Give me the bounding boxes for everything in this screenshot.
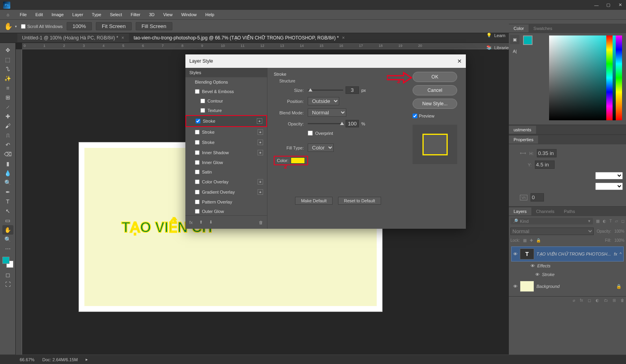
stroke-add-icon[interactable]: +	[258, 140, 263, 145]
inner-glow-checkbox[interactable]	[195, 160, 200, 165]
stroke-1-checkbox[interactable]	[196, 119, 200, 123]
up-arrow-icon[interactable]: ⬆	[199, 220, 203, 225]
stroke-item-3[interactable]: Stroke+	[185, 137, 267, 147]
menu-view[interactable]: View	[159, 11, 177, 18]
plus-icon[interactable]: +	[258, 179, 263, 185]
visibility-icon[interactable]: 👁	[513, 252, 518, 256]
menu-edit[interactable]: Edit	[32, 11, 47, 18]
pen-tool[interactable]: ✒	[2, 187, 13, 197]
inner-shadow-item[interactable]: Inner Shadow+	[185, 147, 267, 158]
status-chevron-icon[interactable]: ▸	[86, 357, 88, 362]
menu-filter[interactable]: Filter	[127, 11, 144, 18]
delete-layer-icon[interactable]: 🗑	[620, 298, 624, 302]
visibility-icon[interactable]: 👁	[535, 272, 540, 277]
gradient-overlay-checkbox[interactable]	[195, 190, 200, 194]
status-zoom[interactable]: 66.67%	[20, 357, 34, 362]
stroke-2-checkbox[interactable]	[195, 130, 200, 134]
blend-mode-select[interactable]: Normal	[510, 228, 594, 235]
zoom-value[interactable]: 100%	[67, 22, 92, 30]
tab-2-close-icon[interactable]: ×	[342, 35, 345, 41]
lock-all-icon[interactable]: 🔒	[536, 238, 541, 243]
fill-screen-button[interactable]: Fill Screen	[136, 22, 172, 30]
filter-image-icon[interactable]: ▦	[596, 219, 600, 223]
texture-checkbox[interactable]	[200, 108, 205, 113]
home-icon[interactable]: ⌂	[7, 12, 9, 17]
gradient-tool[interactable]: ▮	[2, 159, 13, 168]
layer-kind-filter[interactable]: 🔎 Kind ▾	[510, 218, 593, 224]
menu-file[interactable]: File	[16, 11, 31, 18]
inner-glow-item[interactable]: Inner Glow	[185, 158, 267, 167]
menu-help[interactable]: Help	[202, 11, 219, 18]
stroke-add-icon[interactable]: +	[258, 129, 263, 135]
menu-layer[interactable]: Layer	[68, 11, 87, 18]
fx-icon[interactable]: fx	[189, 220, 193, 225]
outer-glow-item[interactable]: Outer Glow	[185, 207, 267, 215]
move-tool[interactable]: ✥	[2, 45, 13, 55]
blending-options-item[interactable]: Blending Options	[185, 77, 267, 87]
new-layer-icon[interactable]: ⊞	[613, 298, 616, 302]
channels-panel-tab[interactable]: Channels	[531, 207, 559, 215]
styles-header[interactable]: Styles	[185, 68, 267, 77]
color-panel-tab[interactable]: Color	[509, 24, 529, 32]
filter-shape-icon[interactable]: ▱	[615, 219, 618, 223]
quick-mask-tool[interactable]: ◻	[2, 270, 13, 280]
zoom-tool[interactable]: 🔍	[2, 235, 13, 244]
bg-layer-name[interactable]: Background	[536, 284, 614, 289]
marquee-tool[interactable]: ⬚	[2, 55, 13, 64]
filter-smart-icon[interactable]: ◻	[621, 219, 624, 223]
satin-checkbox[interactable]	[195, 170, 200, 174]
properties-panel-tab[interactable]: Properties	[509, 136, 538, 144]
fill-type-select[interactable]: Color	[308, 144, 334, 152]
trash-icon[interactable]: 🗑	[259, 220, 263, 225]
satin-item[interactable]: Satin	[185, 167, 267, 177]
position-select[interactable]: Outside	[308, 97, 339, 105]
layers-panel-tab[interactable]: Layers	[509, 207, 531, 215]
colorpanel-a-icon[interactable]: A|	[510, 47, 519, 56]
tab-1-close-icon[interactable]: ×	[121, 35, 124, 41]
stroke-3-checkbox[interactable]	[195, 140, 200, 145]
hand-tool[interactable]: ✋	[2, 225, 13, 235]
prop-y-input[interactable]	[535, 161, 555, 169]
frame-tool[interactable]: ⊞	[2, 93, 13, 102]
hand-tool-icon[interactable]: ✋	[4, 22, 13, 31]
make-default-button[interactable]: Make Default	[295, 197, 333, 205]
down-arrow-icon[interactable]: ⬇	[209, 220, 213, 225]
hue-slider-2[interactable]	[616, 35, 622, 120]
tab-2[interactable]: tao-vien-chu-trong-photoshop-5.jpg @ 66.…	[129, 34, 349, 42]
color-overlay-checkbox[interactable]	[195, 179, 200, 184]
stroke-item-2[interactable]: Stroke+	[185, 127, 267, 137]
stroke-color-swatch[interactable]	[291, 157, 305, 164]
bevel-checkbox[interactable]	[195, 89, 200, 94]
color-overlay-item[interactable]: Color Overlay+	[185, 177, 267, 187]
screen-mode-tool[interactable]: ⛶	[2, 280, 13, 289]
menu-image[interactable]: Image	[48, 11, 68, 18]
pattern-overlay-checkbox[interactable]	[195, 200, 200, 204]
outer-glow-checkbox[interactable]	[195, 209, 200, 214]
crop-tool[interactable]: ⌗	[2, 83, 13, 93]
chevron-down-icon[interactable]: ▾	[15, 24, 17, 28]
opacity-slider[interactable]	[308, 123, 343, 124]
layer-mask-icon[interactable]: ◻	[588, 298, 591, 302]
prop-va-input[interactable]	[531, 193, 544, 202]
text-layer-name[interactable]: TẠO VIỀN CHỮ TRONG PHOTOSH...	[536, 252, 611, 257]
brush-tool[interactable]: 🖌	[2, 121, 13, 131]
quick-select-tool[interactable]: ✨	[2, 74, 13, 83]
colorpanel-cube-icon[interactable]: ▣	[510, 35, 519, 44]
fx-badge[interactable]: fx	[614, 252, 617, 256]
foreground-color[interactable]	[2, 257, 9, 264]
link-layers-icon[interactable]: ⌀	[573, 298, 575, 302]
preview-checkbox[interactable]	[413, 114, 417, 118]
tab-1[interactable]: Untitled-1 @ 100% (Hoàng Hà PC, RGB/8#) …	[17, 34, 129, 42]
effects-row[interactable]: 👁 Effects	[511, 261, 624, 270]
stroke-item-1[interactable]: Stroke+	[185, 115, 267, 127]
lock-icon[interactable]: 🔒	[616, 284, 622, 289]
inner-shadow-checkbox[interactable]	[195, 150, 200, 155]
dialog-close-button[interactable]: ✕	[457, 58, 462, 64]
more-tools[interactable]: ⋯	[2, 244, 13, 254]
size-slider[interactable]	[308, 90, 343, 91]
filter-adjust-icon[interactable]: ◐	[603, 219, 606, 223]
cancel-button[interactable]: Cancel	[413, 85, 457, 95]
fg-swatch[interactable]	[523, 35, 533, 45]
visibility-icon[interactable]: 👁	[513, 284, 518, 289]
libraries-panel-button[interactable]: 📚 Libraries	[482, 43, 508, 52]
